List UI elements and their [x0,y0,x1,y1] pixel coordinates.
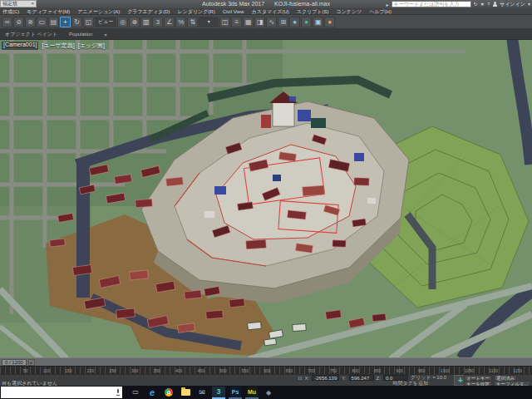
menu-rendering[interactable]: レンダリング(R) [178,8,215,15]
chevron-down-icon[interactable]: ▾ [528,1,530,7]
user-icon [492,2,497,7]
time-slider-handle[interactable]: 0 / 1200 [2,359,27,366]
viewport-style-label[interactable]: [エッジ面] [78,42,105,50]
y-coordinate-field[interactable]: 596.247 [349,375,374,381]
select-and-scale-icon[interactable]: ◱ [83,17,94,27]
3ds-max-window: 福定規 × Autodesk 3ds Max 2017 KOJI-fusiema… [0,0,532,399]
menu-customize[interactable]: カスタマイズ(U) [252,8,289,15]
windows-taskbar: ▭ e ✉ 3 Ps Mu ◆ [0,386,532,399]
curve-editor-icon[interactable]: ∿ [266,17,277,27]
named-selection-dropdown[interactable]: ▾ [199,17,219,27]
main-toolbar: ∞ ⊘ ≋ ▭ ▤ + ↻ ◱ ビュー ◎ ⊕ ▥ 3 ∠ % ⇅ [0,15,532,29]
3ds-max-taskbar-button[interactable]: 3 [212,387,225,399]
selected-dropdown[interactable]: 選択済み [494,375,517,381]
app-icon: ◆ [266,389,271,397]
render-production-icon[interactable]: ● [324,17,335,27]
select-by-name-icon[interactable]: ▤ [48,17,59,27]
menu-graph-editors[interactable]: グラフエディタ(D) [127,8,170,15]
ribbon-collapse-icon[interactable]: ▾ [104,32,106,37]
render-setup-icon[interactable]: ● [301,17,312,27]
tab-object-paint[interactable]: オブジェクト ペイント [5,31,57,38]
select-and-move-icon[interactable]: + [60,17,71,27]
favorites-icon[interactable]: ★ [480,1,485,7]
layer-manager-icon[interactable]: ▦ [243,17,254,27]
app-title: Autodesk 3ds Max 2017 [202,1,264,7]
next-frame-button[interactable]: ▸ [28,359,35,366]
viewport-label[interactable]: [Camera001] [ユーザ定義] [エッジ面] [2,42,105,50]
scene-canvas [0,40,532,357]
mail-icon: ✉ [199,388,205,397]
viewport-shading-label[interactable]: [ユーザ定義] [42,42,74,50]
mudbox-button[interactable]: Mu [245,387,259,399]
lock-selection-icon[interactable]: ⊡ [298,375,303,381]
photoshop-icon: Ps [230,387,241,397]
x-coordinate-field[interactable]: -2656.139 [312,375,339,381]
tab-population[interactable]: Population [69,32,92,37]
menu-scripting[interactable]: スクリプト(S) [297,8,329,15]
task-view-button[interactable]: ▭ [129,387,142,399]
3ds-max-icon: 3 [216,387,220,396]
time-slider[interactable]: 0 / 1200 ▸ [0,357,532,366]
snap-toggle-icon[interactable]: 3 [152,17,163,27]
viewport-camera-label[interactable]: [Camera001] [2,42,38,50]
keyboard-override-icon[interactable]: ▥ [140,17,151,27]
material-editor-icon[interactable]: ● [289,17,300,27]
unlink-selection-icon[interactable]: ⊘ [13,17,24,27]
reference-coordinate-dropdown[interactable]: ビュー [95,17,116,27]
file-name: KOJI-fusiema-all.max [274,1,330,7]
file-explorer-button[interactable] [179,387,192,399]
folder-icon [181,389,190,396]
ribbon-toggle-icon[interactable]: ◨ [254,17,265,27]
search-flyout-icon[interactable]: ▸ [387,2,389,7]
menu-animation[interactable]: アニメーション(A) [77,8,120,15]
menu-create[interactable]: 作成(C) [2,8,19,15]
infocenter-search-input[interactable] [392,1,471,7]
menu-modifiers[interactable]: モディファイヤ(M) [27,8,70,15]
edge-icon: e [150,387,155,397]
z-label: Z: [377,376,381,381]
chrome-icon [165,388,173,397]
align-icon[interactable]: ≡ [231,17,242,27]
viewport-3d-scene[interactable]: [Camera001] [ユーザ定義] [エッジ面] [0,40,532,357]
select-and-link-icon[interactable]: ∞ [2,17,12,27]
communication-center-icon[interactable]: ↻ [474,1,478,7]
mail-button[interactable]: ✉ [195,387,209,399]
percent-snap-icon[interactable]: % [175,17,186,27]
ribbon-bar: オブジェクト ペイント Population ▾ [0,29,532,40]
mirror-icon[interactable]: ◫ [219,17,230,27]
auto-key-button[interactable]: オートキー [464,375,492,381]
chrome-button[interactable] [162,387,175,399]
rendered-frame-icon[interactable]: ▣ [313,17,323,27]
photoshop-button[interactable]: Ps [229,387,242,399]
selection-region-icon[interactable]: ▭ [37,17,47,27]
y-label: Y: [342,376,346,381]
mudbox-icon: Mu [247,387,258,397]
menu-help[interactable]: ヘルプ(H) [369,8,392,15]
angle-snap-icon[interactable]: ∠ [164,17,175,27]
x-label: X: [305,376,310,381]
microphone-icon[interactable] [116,389,120,396]
task-view-icon: ▭ [132,388,139,397]
spinner-snap-icon[interactable]: ⇅ [187,17,198,27]
sign-in-button[interactable]: サインイン [500,1,525,8]
status-bar: ⊡ X: -2656.139 Y: 596.247 Z: 0.0 グリッド = … [0,374,532,386]
menu-bar: 作成(C) モディファイヤ(M) アニメーション(A) グラフエディタ(D) レ… [0,8,532,15]
help-icon[interactable]: ? [487,1,490,7]
track-bar[interactable]: 5010015020025030035040045050055060065070… [0,366,532,374]
menu-civil-view[interactable]: Civil View [223,8,244,15]
use-pivot-point-icon[interactable]: ◎ [117,17,128,27]
menu-content[interactable]: コンテンツ [336,8,362,15]
app-button[interactable]: ◆ [262,387,275,399]
select-and-rotate-icon[interactable]: ↻ [71,17,82,27]
infocenter-bar: ▸ ↻ ★ ? サインイン ▾ [387,1,531,7]
select-and-manipulate-icon[interactable]: ⊕ [129,17,140,27]
schematic-view-icon[interactable]: ⊞ [278,17,288,27]
taskbar-search-box[interactable] [1,387,122,398]
titlebar: 福定規 × Autodesk 3ds Max 2017 KOJI-fusiema… [0,0,532,8]
bind-to-space-warp-icon[interactable]: ≋ [25,17,36,27]
edge-button[interactable]: e [145,387,159,399]
